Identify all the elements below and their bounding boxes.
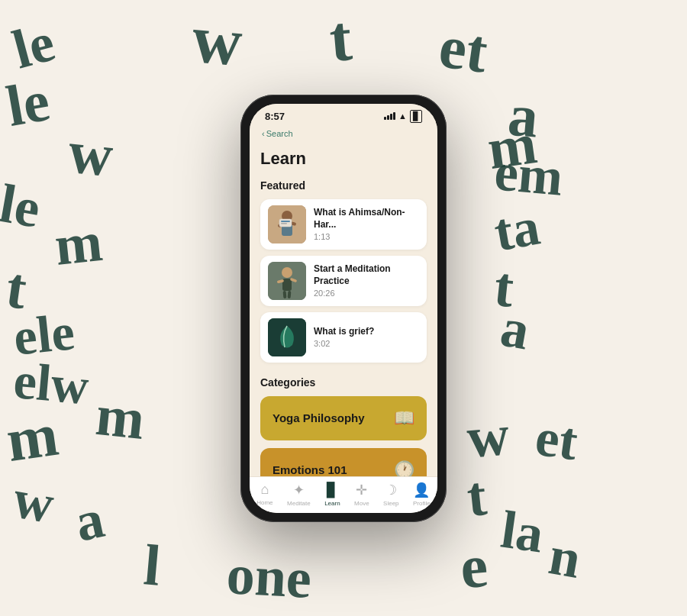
bg-letter: w: [189, 4, 245, 76]
card-info-1: What is Ahimsa/Non-Har... 1:13: [314, 207, 419, 241]
card-thumbnail-2: [268, 262, 306, 300]
card-title-1: What is Ahimsa/Non-Har...: [314, 207, 419, 231]
book-icon: 📖: [394, 408, 414, 428]
bg-letter: t: [492, 258, 516, 316]
bg-letter: e: [458, 535, 490, 598]
bg-letter: ele: [11, 305, 77, 363]
svg-rect-6: [281, 221, 290, 222]
category-emotions-label: Emotions 101: [273, 463, 347, 476]
bg-letter: n: [545, 527, 585, 587]
screen-content[interactable]: Learn Featured: [250, 140, 437, 476]
phone-frame: 8:57 ▲ ▊ ‹ Search: [240, 95, 447, 522]
tab-home[interactable]: ⌂ Home: [256, 482, 273, 506]
bg-letter: le: [8, 15, 60, 78]
card-title-2: Start a Meditation Practice: [314, 263, 419, 287]
featured-card-2[interactable]: Start a Meditation Practice 20:26: [260, 256, 427, 306]
bg-letter: m: [3, 403, 62, 470]
bg-letter: w: [9, 471, 58, 532]
tab-sleep-label: Sleep: [383, 500, 398, 507]
status-time: 8:57: [265, 111, 285, 122]
card-thumbnail-1: [268, 205, 306, 243]
tab-learn-label: Learn: [324, 500, 340, 507]
featured-card-3[interactable]: What is grief? 3:02: [260, 312, 427, 363]
bg-letter: m: [52, 213, 105, 274]
bg-letter: et: [532, 410, 581, 469]
bg-letter: w: [465, 405, 511, 466]
bg-letter: elw: [11, 354, 91, 412]
profile-icon: 👤: [413, 482, 430, 498]
bg-letter: t: [327, 5, 354, 72]
back-button[interactable]: ‹ Search: [262, 129, 293, 138]
card-info-2: Start a Meditation Practice 20:26: [314, 263, 419, 298]
tab-move-label: Move: [354, 500, 369, 507]
status-icons: ▲ ▊: [384, 110, 422, 123]
page-title: Learn: [260, 149, 427, 169]
history-icon: 🕐: [394, 460, 414, 476]
bg-letter: t: [464, 467, 489, 525]
learn-icon: ▊: [327, 482, 337, 498]
wifi-icon: ▲: [398, 111, 407, 121]
bg-letter: one: [225, 546, 313, 607]
tab-learn[interactable]: ▊ Learn: [324, 482, 340, 507]
bg-letter: m: [484, 114, 540, 178]
meditate-icon: ✦: [293, 482, 305, 498]
bg-letter: w: [66, 121, 116, 187]
tab-sleep[interactable]: ☽ Sleep: [383, 482, 398, 507]
card-info-3: What is grief? 3:02: [314, 326, 419, 349]
svg-rect-10: [282, 279, 292, 291]
bg-letter: a: [506, 85, 541, 147]
bg-letter: et: [436, 15, 492, 82]
card-duration-3: 3:02: [314, 339, 419, 348]
bg-letter: l: [142, 535, 163, 595]
featured-card-1[interactable]: What is Ahimsa/Non-Har... 1:13: [260, 199, 427, 250]
bg-letter: ta: [490, 200, 543, 260]
categories-section-title: Categories: [260, 376, 427, 389]
card-thumbnail-3: [268, 318, 306, 356]
back-label: Search: [266, 129, 293, 138]
battery-icon: ▊: [410, 110, 422, 123]
featured-list: What is Ahimsa/Non-Har... 1:13: [260, 199, 427, 363]
category-emotions-101[interactable]: Emotions 101 🕐: [260, 448, 427, 476]
sleep-icon: ☽: [385, 482, 397, 498]
bg-letter: em: [492, 145, 565, 205]
bg-letter: t: [3, 258, 31, 318]
bg-letter: m: [93, 385, 147, 448]
phone-mockup: 8:57 ▲ ▊ ‹ Search: [240, 95, 447, 522]
tab-move[interactable]: ✛ Move: [354, 482, 369, 507]
move-icon: ✛: [356, 482, 367, 498]
svg-rect-7: [281, 223, 287, 224]
tab-meditate-label: Meditate: [287, 500, 311, 507]
category-yoga-label: Yoga Philosophy: [273, 411, 365, 424]
chevron-left-icon: ‹: [262, 129, 265, 138]
svg-point-9: [282, 267, 292, 278]
bg-letter: le: [2, 71, 53, 135]
phone-screen: 8:57 ▲ ▊ ‹ Search: [250, 104, 437, 513]
nav-bar: ‹ Search: [250, 126, 437, 140]
bg-letter: a: [70, 491, 108, 550]
categories-list: Yoga Philosophy 📖 Emotions 101 🕐: [260, 396, 427, 476]
tab-home-label: Home: [256, 499, 273, 506]
tab-profile[interactable]: 👤 Profile: [413, 482, 431, 507]
card-title-3: What is grief?: [314, 326, 419, 338]
tab-bar: ⌂ Home ✦ Meditate ▊ Learn ✛ Move ☽ Sle: [250, 476, 437, 513]
bg-letter: a: [497, 300, 534, 359]
tab-meditate[interactable]: ✦ Meditate: [287, 482, 311, 507]
status-bar: 8:57 ▲ ▊: [250, 104, 437, 126]
category-yoga-philosophy[interactable]: Yoga Philosophy 📖: [260, 396, 427, 440]
signal-icon: [384, 112, 395, 120]
card-duration-1: 1:13: [314, 232, 419, 241]
bg-letter: le: [0, 176, 44, 237]
home-icon: ⌂: [260, 482, 269, 498]
bg-letter: la: [498, 502, 547, 561]
featured-section-title: Featured: [260, 179, 427, 192]
tab-profile-label: Profile: [413, 500, 431, 507]
card-duration-2: 20:26: [314, 289, 419, 298]
